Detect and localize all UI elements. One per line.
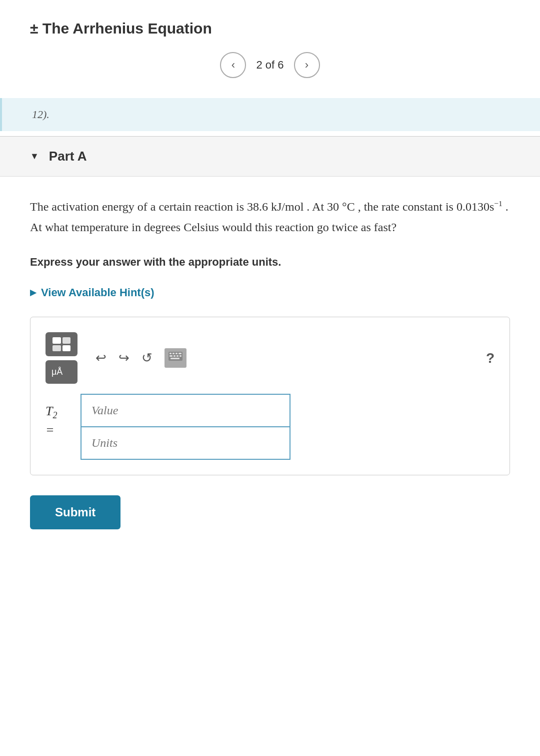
question-body: The activation energy of a certain react…: [30, 177, 510, 549]
svg-rect-1: [170, 353, 172, 354]
pagination: ‹ 2 of 6 ›: [30, 52, 510, 78]
value-input[interactable]: [80, 394, 290, 427]
prev-button[interactable]: ‹: [220, 52, 246, 78]
svg-rect-3: [176, 353, 178, 354]
svg-rect-5: [170, 355, 172, 357]
page-wrapper: ± The Arrhenius Equation ‹ 2 of 6 › 12).…: [0, 0, 540, 549]
toolbar-right: ↩ ↪ ↺: [86, 346, 494, 370]
submit-button[interactable]: Submit: [30, 495, 120, 529]
preview-area: 12).: [0, 98, 540, 131]
input-row: T2=: [46, 394, 494, 460]
variable-label: T2=: [46, 394, 70, 438]
mu-angstrom-label: μÅ: [52, 367, 62, 377]
toolbar-left: μÅ: [46, 332, 78, 384]
grid-cell-2: [62, 337, 71, 344]
input-fields: [80, 394, 290, 460]
grid-cell-4: [62, 345, 71, 352]
hint-triangle-icon: ▶: [30, 286, 36, 299]
collapse-icon[interactable]: ▼: [30, 151, 39, 162]
next-button[interactable]: ›: [294, 52, 320, 78]
part-label: Part A: [49, 149, 87, 164]
svg-rect-8: [180, 355, 182, 357]
svg-rect-7: [176, 355, 178, 357]
template-button[interactable]: [46, 332, 78, 356]
title-section: ± The Arrhenius Equation ‹ 2 of 6 ›: [0, 0, 540, 98]
grid-icon: [52, 337, 70, 351]
toolbar: μÅ ↩ ↪ ↺: [46, 332, 494, 384]
svg-rect-9: [170, 358, 180, 359]
keyboard-icon[interactable]: [164, 348, 186, 368]
hint-label: View Available Hint(s): [41, 283, 154, 302]
help-button[interactable]: ?: [486, 346, 494, 370]
part-header: ▼ Part A: [0, 137, 540, 177]
redo-button[interactable]: ↪: [118, 350, 130, 366]
express-instruction: Express your answer with the appropriate…: [30, 253, 510, 271]
answer-container: μÅ ↩ ↪ ↺: [30, 317, 510, 475]
grid-cell-3: [52, 345, 61, 352]
undo-button[interactable]: ↩: [96, 350, 106, 366]
question-text: The activation energy of a certain react…: [30, 197, 510, 238]
svg-rect-4: [178, 353, 182, 354]
preview-text: 12).: [32, 108, 50, 121]
refresh-button[interactable]: ↺: [142, 350, 152, 366]
grid-cell-1: [52, 337, 61, 344]
svg-rect-6: [174, 355, 176, 357]
hint-link[interactable]: ▶ View Available Hint(s): [30, 283, 510, 302]
main-content: ▼ Part A The activation energy of a cert…: [0, 136, 540, 549]
pagination-label: 2 of 6: [256, 59, 284, 72]
units-input[interactable]: [80, 427, 290, 460]
mu-angstrom-button[interactable]: μÅ: [46, 360, 78, 384]
page-title: ± The Arrhenius Equation: [30, 20, 510, 37]
svg-rect-2: [172, 353, 174, 354]
